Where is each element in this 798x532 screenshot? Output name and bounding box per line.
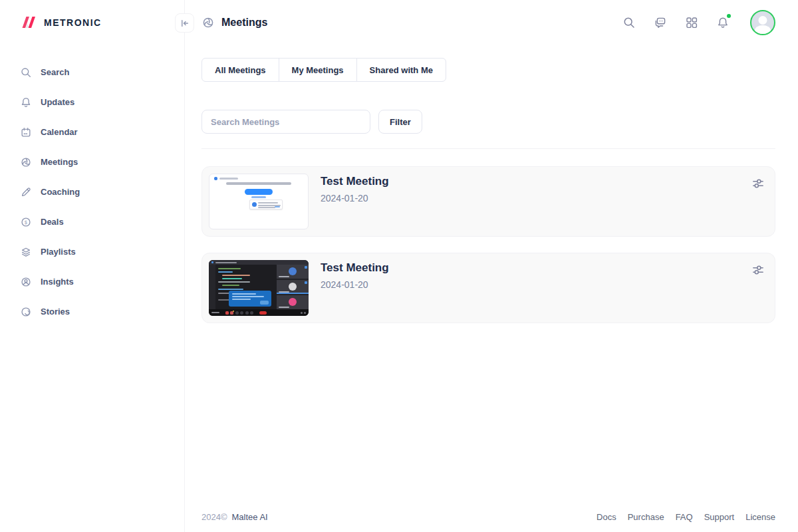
meetings-list: Test Meeting 2024-01-20 xyxy=(201,166,775,323)
participant-tile xyxy=(277,295,309,309)
avatar[interactable] xyxy=(750,10,775,35)
meetings-tabs: All Meetings My Meetings Shared with Me xyxy=(201,58,775,82)
meeting-thumbnail-waiting-room[interactable] xyxy=(209,174,309,229)
person-circle-icon xyxy=(20,276,32,288)
sidebar-item-label: Coaching xyxy=(41,187,80,197)
sidebar-item-label: Playlists xyxy=(41,247,76,257)
bell-icon xyxy=(20,96,32,108)
meeting-title[interactable]: Test Meeting xyxy=(321,175,389,188)
main-content: Meetings xyxy=(185,0,798,532)
header-actions xyxy=(622,10,775,35)
sidebar-item-label: Calendar xyxy=(41,127,78,137)
aperture-icon xyxy=(20,156,32,168)
search-icon[interactable] xyxy=(622,16,636,29)
divider xyxy=(201,148,775,149)
thumb-join-button xyxy=(245,189,273,195)
sidebar-item-deals[interactable]: $ Deals xyxy=(20,207,184,237)
shield-icon xyxy=(252,202,257,207)
footer-link-docs[interactable]: Docs xyxy=(597,512,616,522)
camera-icon xyxy=(230,311,233,315)
call-toolbar xyxy=(209,309,309,316)
sidebar-item-playlists[interactable]: Playlists xyxy=(20,237,184,267)
app-window: METRONIC Search xyxy=(0,0,798,532)
settings-sliders-icon[interactable] xyxy=(751,176,765,191)
sidebar: METRONIC Search xyxy=(0,0,185,532)
sidebar-item-updates[interactable]: Updates xyxy=(20,87,184,117)
footer-links: Docs Purchase FAQ Support License xyxy=(597,512,775,522)
calendar-icon xyxy=(20,126,32,138)
chat-icon[interactable] xyxy=(654,16,667,29)
stories-circle-icon xyxy=(20,306,32,318)
meeting-card[interactable]: Test Meeting 2024-01-20 xyxy=(201,253,775,323)
notification-dot xyxy=(727,14,731,18)
filter-button[interactable]: Filter xyxy=(378,110,422,134)
logo[interactable]: METRONIC xyxy=(20,13,184,32)
meeting-thumbnail-video-call[interactable] xyxy=(209,260,309,316)
participant-tile xyxy=(277,265,309,279)
footer: 2024© Maltee AI Docs Purchase FAQ Suppor… xyxy=(201,501,775,532)
zoom-logo-icon xyxy=(214,177,217,180)
sidebar-item-calendar[interactable]: Calendar xyxy=(20,117,184,147)
company-link[interactable]: Maltee AI xyxy=(232,512,268,522)
tab-all-meetings[interactable]: All Meetings xyxy=(201,58,279,82)
sidebar-item-stories[interactable]: Stories xyxy=(20,297,184,327)
svg-text:$: $ xyxy=(25,219,28,225)
sidebar-item-meetings[interactable]: Meetings xyxy=(20,147,184,177)
pencil-icon xyxy=(20,186,32,198)
sidebar-item-label: Search xyxy=(41,67,69,77)
meeting-date: 2024-01-20 xyxy=(321,279,389,290)
sidebar-item-label: Meetings xyxy=(41,157,78,167)
search-icon xyxy=(20,66,32,78)
thumb-dialog xyxy=(249,200,283,209)
avatar-silhouette xyxy=(759,16,767,25)
meeting-title[interactable]: Test Meeting xyxy=(321,261,389,275)
collapse-sidebar-button[interactable] xyxy=(175,13,194,33)
footer-link-license[interactable]: License xyxy=(745,512,775,522)
tab-shared-with-me[interactable]: Shared with Me xyxy=(356,58,446,82)
footer-link-purchase[interactable]: Purchase xyxy=(628,512,664,522)
filter-row: Filter xyxy=(201,110,775,134)
search-meetings-input[interactable] xyxy=(201,110,370,134)
layers-icon xyxy=(20,246,32,258)
sidebar-item-label: Stories xyxy=(41,307,70,317)
metronic-logo-icon xyxy=(20,15,37,31)
aperture-icon xyxy=(201,16,215,29)
collapse-sidebar-icon xyxy=(180,19,190,28)
logo-text: METRONIC xyxy=(44,17,102,28)
settings-sliders-icon[interactable] xyxy=(751,263,765,277)
participant-tiles xyxy=(277,265,309,309)
header: Meetings xyxy=(201,0,775,45)
sidebar-item-label: Insights xyxy=(41,277,74,287)
sidebar-item-coaching[interactable]: Coaching xyxy=(20,177,184,207)
leave-call-button xyxy=(259,311,267,315)
sidebar-item-label: Deals xyxy=(41,217,64,227)
meeting-card[interactable]: Test Meeting 2024-01-20 xyxy=(201,166,775,237)
sidebar-item-insights[interactable]: Insights xyxy=(20,267,184,297)
participant-tile xyxy=(277,280,309,294)
page-title-wrap: Meetings xyxy=(201,16,267,29)
footer-link-support[interactable]: Support xyxy=(704,512,735,522)
meeting-date: 2024-01-20 xyxy=(321,193,389,203)
dollar-circle-icon: $ xyxy=(20,216,32,228)
footer-link-faq[interactable]: FAQ xyxy=(676,512,693,522)
copyright-year: 2024© xyxy=(201,512,227,522)
sidebar-menu: Search Updates xyxy=(20,57,184,327)
apps-grid-icon[interactable] xyxy=(685,16,698,29)
notification-toast xyxy=(229,291,271,307)
notifications-bell-icon[interactable] xyxy=(716,16,730,29)
sidebar-item-search[interactable]: Search xyxy=(20,57,184,87)
sidebar-item-label: Updates xyxy=(41,97,74,107)
page-title: Meetings xyxy=(221,17,267,29)
mic-icon xyxy=(225,311,229,315)
tab-my-meetings[interactable]: My Meetings xyxy=(279,58,357,82)
